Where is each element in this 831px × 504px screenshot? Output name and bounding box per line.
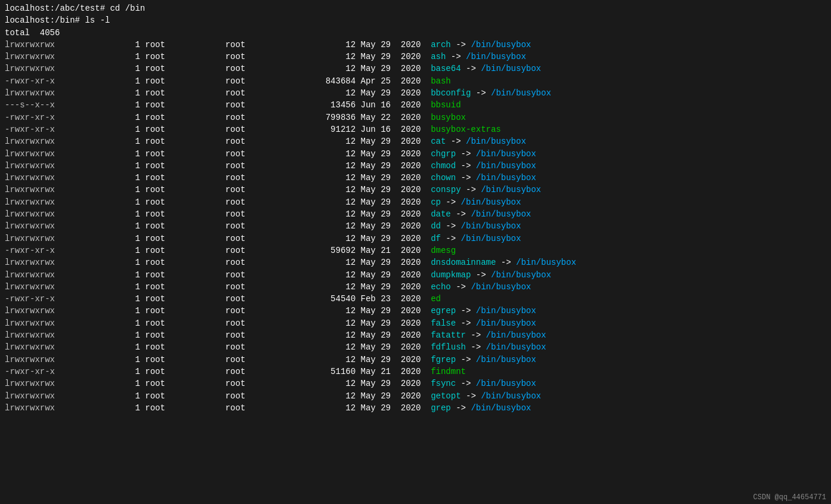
link-target: /bin/busybox [481, 184, 541, 196]
year: 2020 [401, 402, 431, 414]
owner: root [145, 341, 225, 353]
link-count: 1 [55, 196, 145, 208]
table-row: -rwxr-xr-x 1 root root 843684 Apr 25 202… [5, 75, 826, 87]
permissions: -rwxr-xr-x [5, 123, 55, 135]
day: 29 [381, 196, 401, 208]
year: 2020 [401, 281, 431, 293]
link-count: 1 [55, 51, 145, 63]
arrow: -> [461, 184, 481, 196]
owner: root [145, 123, 225, 135]
file-name: bbsuid [431, 99, 461, 111]
link-count: 1 [55, 135, 145, 147]
file-size: 54540 [305, 293, 360, 305]
link-count: 1 [55, 329, 145, 341]
year: 2020 [401, 135, 431, 147]
file-size: 12 [305, 63, 360, 75]
owner: root [145, 256, 225, 268]
arrow: -> [456, 378, 476, 389]
table-row: lrwxrwxrwx 1 root root 12 May 29 2020 ec… [5, 281, 826, 293]
group: root [225, 317, 305, 329]
day: 21 [381, 366, 401, 378]
permissions: lrwxrwxrwx [5, 256, 55, 268]
month: May [361, 354, 381, 366]
year: 2020 [401, 256, 431, 268]
link-count: 1 [55, 39, 145, 51]
month: May [361, 281, 381, 293]
month: Apr [361, 75, 381, 87]
file-name: echo [431, 281, 451, 293]
year: 2020 [401, 148, 431, 160]
owner: root [145, 390, 225, 402]
file-name: dnsdomainname [431, 256, 496, 268]
owner: root [145, 354, 225, 366]
table-row: lrwxrwxrwx 1 root root 12 May 29 2020 gr… [5, 402, 826, 414]
file-size: 12 [305, 184, 360, 196]
link-count: 1 [55, 184, 145, 196]
file-name: fatattr [431, 329, 466, 341]
link-count: 1 [55, 123, 145, 135]
file-name: bash [431, 75, 451, 87]
owner: root [145, 196, 225, 208]
link-count: 1 [55, 75, 145, 87]
day: 29 [381, 305, 401, 317]
owner: root [145, 293, 225, 305]
year: 2020 [401, 341, 431, 353]
month: May [361, 63, 381, 75]
owner: root [145, 39, 225, 51]
permissions: lrwxrwxrwx [5, 341, 55, 353]
arrow: -> [441, 220, 461, 232]
table-row: lrwxrwxrwx 1 root root 12 May 29 2020 du… [5, 269, 826, 281]
arrow: -> [461, 390, 481, 402]
link-count: 1 [55, 112, 145, 123]
year: 2020 [401, 196, 431, 208]
link-count: 1 [55, 390, 145, 402]
owner: root [145, 366, 225, 378]
owner: root [145, 269, 225, 281]
file-name: egrep [431, 305, 456, 317]
arrow: -> [456, 160, 476, 172]
group: root [225, 99, 305, 111]
month: May [361, 366, 381, 378]
year: 2020 [401, 87, 431, 99]
day: 16 [381, 123, 401, 135]
file-name: arch [431, 39, 451, 51]
year: 2020 [401, 112, 431, 123]
arrow: -> [446, 135, 466, 147]
owner: root [145, 75, 225, 87]
link-target: /bin/busybox [491, 87, 551, 99]
arrow: -> [456, 354, 476, 366]
table-row: lrwxrwxrwx 1 root root 12 May 29 2020 as… [5, 51, 826, 63]
file-size: 12 [305, 220, 360, 232]
table-row: lrwxrwxrwx 1 root root 12 May 29 2020 ba… [5, 63, 826, 75]
link-target: /bin/busybox [471, 39, 531, 51]
group: root [225, 402, 305, 414]
link-count: 1 [55, 269, 145, 281]
permissions: lrwxrwxrwx [5, 196, 55, 208]
month: May [361, 196, 381, 208]
month: May [361, 148, 381, 160]
permissions: -rwxr-xr-x [5, 75, 55, 87]
file-name: conspy [431, 184, 461, 196]
day: 29 [381, 135, 401, 147]
group: root [225, 75, 305, 87]
table-row: -rwxr-xr-x 1 root root 799836 May 22 202… [5, 112, 826, 123]
group: root [225, 220, 305, 232]
permissions: lrwxrwxrwx [5, 63, 55, 75]
owner: root [145, 281, 225, 293]
group: root [225, 87, 305, 99]
prompt-line-1: localhost:/abc/test# cd /bin [5, 2, 826, 14]
file-name: fsync [431, 378, 456, 389]
file-size: 12 [305, 281, 360, 293]
arrow: -> [451, 208, 471, 220]
year: 2020 [401, 172, 431, 184]
group: root [225, 293, 305, 305]
month: May [361, 172, 381, 184]
file-size: 12 [305, 160, 360, 172]
table-row: lrwxrwxrwx 1 root root 12 May 29 2020 co… [5, 184, 826, 196]
owner: root [145, 63, 225, 75]
group: root [225, 184, 305, 196]
table-row: ---s--x--x 1 root root 13456 Jun 16 2020… [5, 99, 826, 111]
arrow: -> [441, 196, 461, 208]
month: May [361, 269, 381, 281]
arrow: -> [456, 305, 476, 317]
